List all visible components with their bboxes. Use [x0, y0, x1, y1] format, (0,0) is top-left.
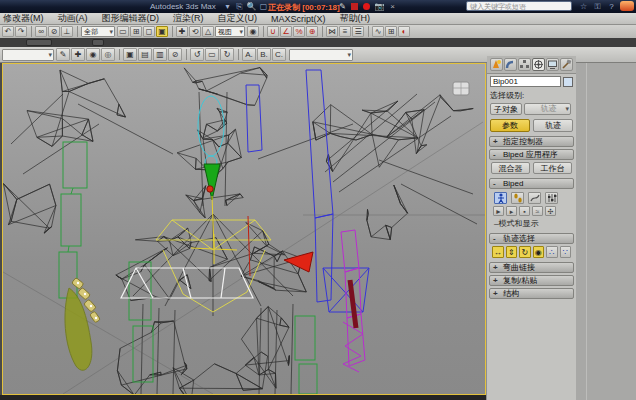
rollout-track-selection[interactable]: - 轨迹选择	[489, 233, 574, 244]
mirror-icon[interactable]: ⋈	[326, 26, 338, 37]
undo-icon[interactable]: ↶	[2, 26, 14, 37]
region-select-icon[interactable]: ◻	[143, 26, 155, 37]
rotate-icon[interactable]: ⟲	[189, 26, 201, 37]
modify-tab-icon[interactable]	[504, 58, 517, 71]
create-tab-icon[interactable]	[490, 58, 503, 71]
rotate-left-icon[interactable]: ↺	[190, 48, 204, 61]
rect-icon[interactable]: ▭	[205, 48, 219, 61]
track-bar-stub[interactable]	[0, 395, 486, 400]
hierarchy-tab-icon[interactable]	[518, 58, 531, 71]
curve-editor-icon[interactable]: ∿	[372, 26, 384, 37]
spinner-snap-icon[interactable]: ⊕	[306, 26, 318, 37]
pencil-icon[interactable]: ✎	[337, 1, 348, 12]
help-icon[interactable]: ?	[606, 1, 617, 12]
move-all-mode-icon[interactable]: ✣	[545, 206, 556, 216]
dropdown-arrow-icon[interactable]: ▾	[222, 1, 233, 12]
display-a-icon[interactable]: ▣	[123, 48, 137, 61]
rollout-assign-controller[interactable]: + 指定控制器	[489, 136, 574, 147]
body-horizontal-icon[interactable]: ↔	[492, 246, 504, 258]
material-editor-icon[interactable]: ◐	[398, 26, 410, 37]
disable-icon[interactable]: ⊘	[168, 48, 182, 61]
motion-flow-mode-icon[interactable]	[528, 192, 541, 204]
reference-coordsys-dropdown[interactable]: 视图	[215, 26, 245, 37]
trajectories-button[interactable]: 轨迹	[533, 119, 573, 132]
perspective-viewport[interactable]	[2, 63, 486, 395]
parameters-button[interactable]: 参数	[490, 119, 530, 132]
mixer-mode-icon[interactable]	[545, 192, 558, 204]
utilities-tab-icon[interactable]	[560, 58, 573, 71]
save-icon[interactable]: ⎘	[234, 1, 245, 12]
sub-object-level-dropdown[interactable]: 轨迹	[524, 103, 571, 115]
save-file-icon[interactable]: ▪	[519, 206, 530, 216]
display-b-icon[interactable]: ▤	[138, 48, 152, 61]
rollout-copy-paste[interactable]: + 复制/粘贴	[489, 275, 574, 286]
edit-icon[interactable]: ✎	[56, 48, 70, 61]
lock-com-keying-icon[interactable]: ◉	[533, 246, 545, 258]
rollout-biped-apps[interactable]: - Biped 应用程序	[489, 149, 574, 160]
close-overlay-icon[interactable]: ×	[387, 1, 398, 12]
add-icon[interactable]: ✚	[71, 48, 85, 61]
star-icon[interactable]: ☆	[578, 1, 589, 12]
named-selection-sets-dropdown[interactable]	[289, 49, 353, 61]
scale-icon[interactable]: △	[202, 26, 214, 37]
footstep-mode-icon[interactable]	[511, 192, 524, 204]
load-file-icon[interactable]: ▸	[506, 206, 517, 216]
window-controls[interactable]	[620, 1, 634, 11]
figure-mode-icon[interactable]	[494, 192, 507, 204]
convert-icon[interactable]: ≈	[532, 206, 543, 216]
ribbon-tab[interactable]	[26, 39, 52, 46]
rotate-right-icon[interactable]: ↻	[220, 48, 234, 61]
percent-snap-icon[interactable]: %	[293, 26, 305, 37]
mixer-button[interactable]: 混合器	[491, 162, 530, 174]
named-set-b-icon[interactable]: B.	[257, 48, 271, 61]
menu-help[interactable]: 帮助(H)	[340, 12, 371, 25]
object-color-swatch[interactable]	[563, 77, 573, 87]
named-set-a-icon[interactable]: A.	[242, 48, 256, 61]
use-pivot-icon[interactable]: ◉	[247, 26, 259, 37]
camera-icon[interactable]: 📷	[374, 1, 385, 12]
record-icon[interactable]	[363, 3, 370, 10]
body-vertical-icon[interactable]: ⇕	[506, 246, 518, 258]
unlink-icon[interactable]: ⊘	[48, 26, 60, 37]
modes-and-display-expander[interactable]: –模式和显示	[490, 217, 573, 229]
motion-tab-icon[interactable]	[532, 58, 545, 71]
workbench-button[interactable]: 工作台	[533, 162, 572, 174]
selection-filter-dropdown[interactable]: 全部	[81, 26, 115, 37]
display-tab-icon[interactable]	[546, 58, 559, 71]
infocenter-search-input[interactable]: 键入关键字或短语	[466, 1, 572, 11]
angle-snap-icon[interactable]: ∠	[280, 26, 292, 37]
zoom-in-icon[interactable]: ◉	[86, 48, 100, 61]
rollout-structure[interactable]: + 结构	[489, 288, 574, 299]
container-dropdown[interactable]	[2, 49, 54, 61]
biped-playback-icon[interactable]: ►	[493, 206, 504, 216]
key-icon[interactable]: ⚿	[592, 1, 603, 12]
menu-customize[interactable]: 自定义(U)	[218, 12, 258, 25]
select-link-icon[interactable]: ∞	[35, 26, 47, 37]
select-object-icon[interactable]: ▭	[117, 26, 129, 37]
ribbon-toggle-icon[interactable]	[92, 39, 104, 46]
schematic-view-icon[interactable]: ⊞	[385, 26, 397, 37]
rollout-biped[interactable]: - Biped	[489, 178, 574, 189]
menu-modifiers[interactable]: 修改器(M)	[3, 12, 44, 25]
symmetrical-tracks-icon[interactable]: ∴	[546, 246, 558, 258]
named-set-c-icon[interactable]: C.	[272, 48, 286, 61]
layer-manager-icon[interactable]: ☰	[352, 26, 364, 37]
opposite-tracks-icon[interactable]: ∵	[560, 246, 572, 258]
snap-3d-icon[interactable]: ∪	[267, 26, 279, 37]
display-c-icon[interactable]: ▥	[153, 48, 167, 61]
menu-rendering[interactable]: 渲染(R)	[173, 12, 204, 25]
menu-graph-editors[interactable]: 图形编辑器(D)	[102, 12, 160, 25]
sub-object-button[interactable]: 子对象	[490, 103, 522, 115]
menu-maxscript[interactable]: MAXScript(X)	[271, 14, 326, 24]
menu-animation[interactable]: 动画(A)	[58, 12, 88, 25]
select-by-name-icon[interactable]: ⊞	[130, 26, 142, 37]
object-name-field[interactable]: Bip001	[490, 76, 561, 87]
crossing-toggle-icon[interactable]: ▣	[156, 26, 168, 37]
pause-recording-icon[interactable]	[351, 3, 358, 10]
align-icon[interactable]: ≡	[339, 26, 351, 37]
bind-spacewarp-icon[interactable]: ⊥	[61, 26, 73, 37]
body-rotation-icon[interactable]: ↻	[519, 246, 531, 258]
zoom-out-icon[interactable]: ◎	[101, 48, 115, 61]
search-icon[interactable]: 🔍	[246, 1, 257, 12]
redo-icon[interactable]: ↷	[15, 26, 27, 37]
